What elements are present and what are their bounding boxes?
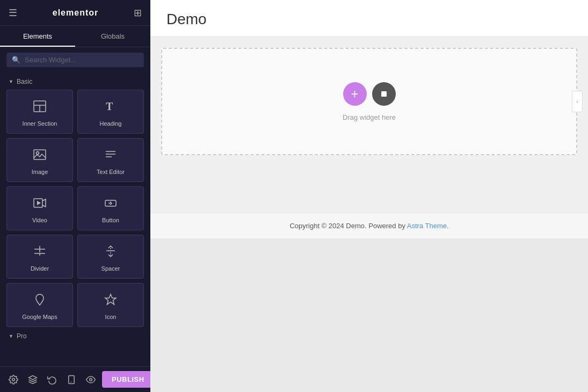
button-label: Button: [102, 217, 119, 223]
left-panel: ☰ elementor ⊞ Elements Globals 🔍 Basic: [0, 0, 150, 392]
layers-button[interactable]: [25, 372, 41, 388]
heading-icon: T: [103, 99, 118, 116]
settings-button[interactable]: [5, 372, 21, 388]
below-canvas: [150, 238, 588, 393]
widget-google-maps[interactable]: Google Maps: [6, 283, 73, 327]
svg-marker-23: [29, 375, 37, 380]
page-title: Demo: [166, 11, 572, 28]
main-content-area: + Drag widget here ‹: [150, 37, 588, 213]
tab-globals[interactable]: Globals: [75, 26, 150, 47]
svg-text:T: T: [106, 100, 113, 112]
text-editor-icon: [103, 147, 118, 164]
widget-text-editor[interactable]: Text Editor: [77, 138, 144, 182]
widget-video[interactable]: Video: [6, 186, 73, 230]
footer-area: Copyright © 2024 Demo. Powered by Astra …: [150, 213, 588, 238]
bottom-toolbar: PUBLISH: [0, 366, 150, 392]
google-maps-icon: [32, 292, 47, 309]
text-editor-label: Text Editor: [97, 169, 125, 175]
history-button[interactable]: [44, 372, 60, 388]
collapse-handle[interactable]: ‹: [572, 91, 583, 112]
icon-widget-icon: [103, 292, 118, 309]
icon-label: Icon: [105, 314, 117, 320]
widget-image[interactable]: Image: [6, 138, 73, 182]
grid-icon[interactable]: ⊞: [134, 7, 142, 19]
video-label: Video: [32, 217, 47, 223]
google-maps-label: Google Maps: [22, 314, 57, 320]
svg-point-22: [12, 378, 15, 381]
widget-inner-section[interactable]: Inner Section: [6, 90, 73, 134]
spacer-label: Spacer: [101, 265, 120, 272]
panel-header: ☰ elementor ⊞: [0, 0, 150, 26]
drop-zone[interactable]: + Drag widget here ‹: [161, 48, 577, 155]
search-wrapper: 🔍: [6, 53, 144, 67]
preview-button[interactable]: [83, 372, 99, 388]
svg-rect-4: [34, 150, 46, 159]
heading-label: Heading: [100, 120, 122, 127]
widget-icon[interactable]: Icon: [77, 283, 144, 327]
divider-label: Divider: [31, 265, 49, 272]
publish-button[interactable]: PUBLISH: [102, 371, 154, 388]
tab-elements[interactable]: Elements: [0, 26, 75, 47]
right-area: Demo + Drag widget here ‹ Copyri: [150, 0, 588, 392]
basic-section-title: Basic: [6, 72, 144, 90]
page-canvas: Demo + Drag widget here ‹ Copyri: [150, 0, 588, 392]
elementor-logo: elementor: [53, 8, 98, 18]
svg-point-5: [37, 152, 39, 155]
pro-section-title: Pro: [6, 327, 144, 343]
responsive-button[interactable]: [63, 372, 79, 388]
spacer-icon: [103, 244, 118, 261]
drop-zone-actions: +: [343, 82, 396, 106]
image-label: Image: [32, 169, 48, 175]
add-widget-button[interactable]: +: [343, 82, 367, 106]
inner-section-icon: [32, 99, 47, 116]
svg-point-26: [90, 378, 92, 381]
video-icon: [32, 195, 47, 213]
stop-button[interactable]: [372, 82, 396, 106]
button-icon: [103, 195, 118, 213]
widget-button[interactable]: Button: [77, 186, 144, 230]
divider-icon: [32, 244, 47, 261]
basic-widgets-grid: Inner Section T Heading: [6, 90, 144, 327]
footer-link[interactable]: Astra Theme: [407, 222, 447, 230]
search-bar: 🔍: [0, 47, 150, 72]
hamburger-icon[interactable]: ☰: [9, 7, 17, 19]
footer-copyright: Copyright © 2024 Demo. Powered by: [289, 222, 406, 230]
svg-marker-10: [37, 201, 41, 205]
widgets-area: Basic Inner Section T: [0, 72, 150, 366]
footer-suffix: .: [447, 222, 449, 230]
widget-spacer[interactable]: Spacer: [77, 235, 144, 279]
inner-section-label: Inner Section: [23, 120, 57, 127]
svg-point-20: [38, 296, 41, 300]
svg-marker-21: [105, 294, 116, 304]
widget-heading[interactable]: T Heading: [77, 90, 144, 134]
page-title-bar: Demo: [150, 0, 588, 37]
search-input[interactable]: [25, 56, 139, 64]
footer-text: Copyright © 2024 Demo. Powered by Astra …: [166, 222, 572, 230]
svg-rect-27: [381, 91, 387, 97]
widget-divider[interactable]: Divider: [6, 235, 73, 279]
panel-tabs: Elements Globals: [0, 26, 150, 47]
drag-hint: Drag widget here: [343, 113, 396, 121]
search-icon: 🔍: [12, 56, 20, 64]
image-icon: [32, 147, 47, 164]
